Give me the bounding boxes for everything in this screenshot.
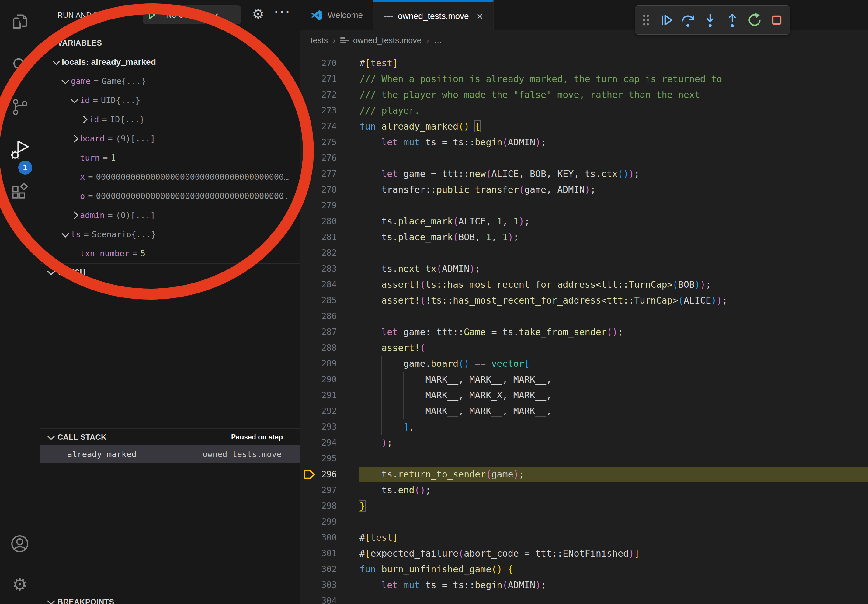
line-number[interactable]: 278 xyxy=(300,182,337,198)
code-line[interactable]: 294 ); xyxy=(300,435,868,451)
account-icon[interactable] xyxy=(0,525,40,562)
continue-icon[interactable] xyxy=(657,9,675,31)
debug-settings-gear-icon[interactable]: ⚙ xyxy=(252,7,264,21)
code-line[interactable]: 288 assert!( xyxy=(300,340,868,356)
variable-row[interactable]: board=(9)[...] xyxy=(40,129,300,148)
line-number[interactable]: 291 xyxy=(300,387,337,403)
chevron-down-icon[interactable] xyxy=(52,57,60,65)
line-number[interactable]: 285 xyxy=(300,293,337,308)
line-number[interactable]: 275 xyxy=(300,135,337,150)
code-line[interactable]: 282 xyxy=(300,245,868,261)
variable-row[interactable]: txn_number=5 xyxy=(40,244,300,263)
chevron-down-icon[interactable] xyxy=(71,96,78,103)
run-and-debug-icon[interactable] xyxy=(0,132,40,168)
line-number[interactable]: 297 xyxy=(300,482,337,498)
line-number[interactable]: 288 xyxy=(300,340,337,356)
code-line[interactable]: 277 let game = ttt::new(ALICE, BOB, KEY,… xyxy=(300,166,868,182)
step-into-icon[interactable] xyxy=(701,9,719,31)
line-number[interactable]: 270 xyxy=(300,55,337,71)
code-line[interactable]: 273/// player. xyxy=(300,103,868,119)
code-line[interactable]: 286 xyxy=(300,308,868,324)
tab-welcome[interactable]: Welcome xyxy=(300,0,374,30)
variable-row[interactable]: id=UID{...} xyxy=(40,91,300,110)
chevron-right-icon[interactable] xyxy=(71,211,78,219)
code-line[interactable]: 275 let mut ts = ts::begin(ADMIN); xyxy=(300,135,868,150)
variable-row[interactable]: game=Game{...} xyxy=(40,71,300,91)
tab-owned-tests-move[interactable]: owned_tests.move × xyxy=(374,0,493,30)
code-line[interactable]: 302fun burn_unfinished_game() { xyxy=(300,561,868,577)
line-number[interactable]: 286 xyxy=(300,308,337,324)
code-line[interactable]: 281 ts.place_mark(BOB, 1, 1); xyxy=(300,229,868,245)
line-number[interactable]: 289 xyxy=(300,356,337,372)
code-line[interactable]: 274fun already_marked() { xyxy=(300,119,868,135)
start-debug-icon[interactable] xyxy=(143,5,161,24)
line-number[interactable]: 290 xyxy=(300,372,337,387)
code-line[interactable]: 287 let game: ttt::Game = ts.take_from_s… xyxy=(300,324,868,340)
line-number[interactable]: 277 xyxy=(300,166,337,182)
code-line[interactable]: 291 MARK__, MARK_X, MARK__, xyxy=(300,387,868,403)
chevron-right-icon[interactable] xyxy=(71,135,78,142)
variables-section-header[interactable]: VARIABLES xyxy=(40,35,300,51)
line-number[interactable]: 298 xyxy=(300,498,337,514)
line-number[interactable]: 304 xyxy=(300,593,337,604)
search-icon[interactable] xyxy=(0,47,40,84)
line-number[interactable]: 295 xyxy=(300,451,337,466)
variable-row[interactable]: admin=(0)[...] xyxy=(40,206,300,225)
stop-icon[interactable] xyxy=(768,9,786,31)
close-icon[interactable]: × xyxy=(477,11,483,21)
watch-section-header[interactable]: WATCH xyxy=(40,264,300,280)
explorer-icon[interactable] xyxy=(0,4,40,40)
breadcrumb-item[interactable]: … xyxy=(434,36,442,45)
launch-config-dropdown[interactable]: No Configur xyxy=(143,5,241,24)
breadcrumb-item[interactable]: tests xyxy=(310,36,328,45)
breakpoints-section-header[interactable]: BREAKPOINTS xyxy=(40,594,300,604)
line-number[interactable]: 274 xyxy=(300,119,337,135)
code-line[interactable]: 292 MARK__, MARK__, MARK__, xyxy=(300,403,868,419)
line-number[interactable]: 271 xyxy=(300,71,337,87)
code-line[interactable]: 271/// When a position is already marked… xyxy=(300,71,868,87)
call-stack-section-header[interactable]: CALL STACK Paused on step xyxy=(40,429,300,445)
line-number[interactable]: 301 xyxy=(300,546,337,561)
line-number[interactable]: 282 xyxy=(300,245,337,261)
variable-row[interactable]: id=ID{...} xyxy=(40,110,300,129)
code-line[interactable]: 276 xyxy=(300,150,868,166)
code-line[interactable]: 285 assert!(!ts::has_most_recent_for_add… xyxy=(300,293,868,308)
code-line[interactable]: 279 xyxy=(300,198,868,214)
code-line[interactable]: 297 ts.end(); xyxy=(300,482,868,498)
chevron-down-icon[interactable] xyxy=(62,76,69,84)
line-number[interactable]: 302 xyxy=(300,561,337,577)
step-over-icon[interactable] xyxy=(679,9,697,31)
line-number[interactable]: 283 xyxy=(300,261,337,277)
code-line[interactable]: 303 let mut ts = ts::begin(ADMIN); xyxy=(300,577,868,593)
code-line[interactable]: 283 ts.next_tx(ADMIN); xyxy=(300,261,868,277)
settings-gear-icon[interactable]: ⚙ xyxy=(0,566,40,603)
code-line[interactable]: 299 xyxy=(300,514,868,530)
variable-row[interactable]: ts=Scenario{...} xyxy=(40,225,300,244)
restart-icon[interactable] xyxy=(746,9,764,31)
extensions-icon[interactable] xyxy=(0,174,40,211)
line-number[interactable]: 299 xyxy=(300,514,337,530)
code-line[interactable]: 272/// the player who made the "false" m… xyxy=(300,87,868,103)
code-line[interactable]: 296 ts.return_to_sender(game); xyxy=(300,466,868,482)
line-number[interactable]: 303 xyxy=(300,577,337,593)
source-control-icon[interactable] xyxy=(0,89,40,125)
code-line[interactable]: 298} xyxy=(300,498,868,514)
line-number[interactable]: 272 xyxy=(300,87,337,103)
line-number[interactable]: 276 xyxy=(300,150,337,166)
line-number[interactable]: 280 xyxy=(300,214,337,229)
variable-row[interactable]: turn=1 xyxy=(40,148,300,167)
variable-row[interactable]: locals: already_marked xyxy=(40,52,300,71)
code-editor[interactable]: 270#[test]271/// When a position is alre… xyxy=(300,51,868,604)
code-line[interactable]: 284 assert!(ts::has_most_recent_for_addr… xyxy=(300,277,868,293)
line-number[interactable]: 293 xyxy=(300,419,337,435)
variable-row[interactable]: x=00000000000000000000000000000000000000… xyxy=(40,167,300,186)
code-line[interactable]: 301#[expected_failure(abort_code = ttt::… xyxy=(300,546,868,561)
code-line[interactable]: 295 xyxy=(300,451,868,466)
chevron-right-icon[interactable] xyxy=(80,116,87,123)
line-number[interactable]: 284 xyxy=(300,277,337,293)
breadcrumb-item[interactable]: owned_tests.move xyxy=(353,36,422,45)
call-stack-frame[interactable]: already_marked owned_tests.move xyxy=(40,444,300,463)
code-line[interactable]: 304 xyxy=(300,593,868,604)
code-line[interactable]: 280 ts.place_mark(ALICE, 1, 1); xyxy=(300,214,868,229)
line-number[interactable]: 279 xyxy=(300,198,337,214)
